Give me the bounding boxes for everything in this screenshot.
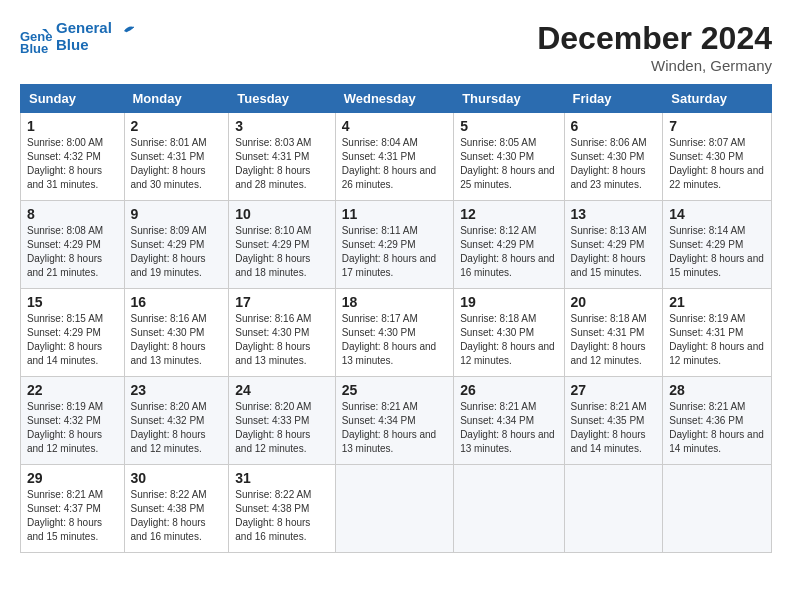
day-number: 24 — [235, 382, 328, 398]
day-number: 10 — [235, 206, 328, 222]
day-number: 23 — [131, 382, 223, 398]
day-number: 4 — [342, 118, 447, 134]
calendar-header-row: SundayMondayTuesdayWednesdayThursdayFrid… — [21, 85, 772, 113]
calendar-cell: 25Sunrise: 8:21 AMSunset: 4:34 PMDayligh… — [335, 377, 453, 465]
logo-text-blue: Blue — [56, 37, 112, 54]
calendar-cell: 1Sunrise: 8:00 AMSunset: 4:32 PMDaylight… — [21, 113, 125, 201]
cell-info: Sunrise: 8:00 AMSunset: 4:32 PMDaylight:… — [27, 137, 103, 190]
logo-icon: General Blue — [20, 21, 52, 53]
calendar-week-row: 1Sunrise: 8:00 AMSunset: 4:32 PMDaylight… — [21, 113, 772, 201]
weekday-header-saturday: Saturday — [663, 85, 772, 113]
day-number: 11 — [342, 206, 447, 222]
calendar-cell: 21Sunrise: 8:19 AMSunset: 4:31 PMDayligh… — [663, 289, 772, 377]
day-number: 29 — [27, 470, 118, 486]
calendar-cell: 23Sunrise: 8:20 AMSunset: 4:32 PMDayligh… — [124, 377, 229, 465]
calendar-cell — [564, 465, 663, 553]
calendar-cell: 14Sunrise: 8:14 AMSunset: 4:29 PMDayligh… — [663, 201, 772, 289]
day-number: 25 — [342, 382, 447, 398]
calendar-week-row: 22Sunrise: 8:19 AMSunset: 4:32 PMDayligh… — [21, 377, 772, 465]
page-header: General Blue General Blue December 2024 … — [20, 20, 772, 74]
cell-info: Sunrise: 8:21 AMSunset: 4:34 PMDaylight:… — [460, 401, 555, 454]
calendar-cell: 31Sunrise: 8:22 AMSunset: 4:38 PMDayligh… — [229, 465, 335, 553]
cell-info: Sunrise: 8:04 AMSunset: 4:31 PMDaylight:… — [342, 137, 437, 190]
day-number: 6 — [571, 118, 657, 134]
calendar-cell: 27Sunrise: 8:21 AMSunset: 4:35 PMDayligh… — [564, 377, 663, 465]
day-number: 12 — [460, 206, 557, 222]
cell-info: Sunrise: 8:22 AMSunset: 4:38 PMDaylight:… — [235, 489, 311, 542]
day-number: 18 — [342, 294, 447, 310]
day-number: 31 — [235, 470, 328, 486]
cell-info: Sunrise: 8:17 AMSunset: 4:30 PMDaylight:… — [342, 313, 437, 366]
calendar-cell: 6Sunrise: 8:06 AMSunset: 4:30 PMDaylight… — [564, 113, 663, 201]
logo-bird-icon — [114, 21, 136, 43]
svg-text:Blue: Blue — [20, 41, 48, 53]
title-area: December 2024 Winden, Germany — [537, 20, 772, 74]
day-number: 22 — [27, 382, 118, 398]
calendar-cell: 9Sunrise: 8:09 AMSunset: 4:29 PMDaylight… — [124, 201, 229, 289]
calendar-cell: 10Sunrise: 8:10 AMSunset: 4:29 PMDayligh… — [229, 201, 335, 289]
weekday-header-wednesday: Wednesday — [335, 85, 453, 113]
day-number: 28 — [669, 382, 765, 398]
calendar-cell: 7Sunrise: 8:07 AMSunset: 4:30 PMDaylight… — [663, 113, 772, 201]
calendar-cell: 15Sunrise: 8:15 AMSunset: 4:29 PMDayligh… — [21, 289, 125, 377]
calendar-cell: 18Sunrise: 8:17 AMSunset: 4:30 PMDayligh… — [335, 289, 453, 377]
cell-info: Sunrise: 8:05 AMSunset: 4:30 PMDaylight:… — [460, 137, 555, 190]
cell-info: Sunrise: 8:18 AMSunset: 4:31 PMDaylight:… — [571, 313, 647, 366]
day-number: 17 — [235, 294, 328, 310]
cell-info: Sunrise: 8:22 AMSunset: 4:38 PMDaylight:… — [131, 489, 207, 542]
cell-info: Sunrise: 8:21 AMSunset: 4:34 PMDaylight:… — [342, 401, 437, 454]
cell-info: Sunrise: 8:18 AMSunset: 4:30 PMDaylight:… — [460, 313, 555, 366]
cell-info: Sunrise: 8:12 AMSunset: 4:29 PMDaylight:… — [460, 225, 555, 278]
weekday-header-sunday: Sunday — [21, 85, 125, 113]
day-number: 16 — [131, 294, 223, 310]
day-number: 7 — [669, 118, 765, 134]
calendar-cell: 17Sunrise: 8:16 AMSunset: 4:30 PMDayligh… — [229, 289, 335, 377]
day-number: 21 — [669, 294, 765, 310]
cell-info: Sunrise: 8:21 AMSunset: 4:37 PMDaylight:… — [27, 489, 103, 542]
calendar-cell: 22Sunrise: 8:19 AMSunset: 4:32 PMDayligh… — [21, 377, 125, 465]
cell-info: Sunrise: 8:20 AMSunset: 4:33 PMDaylight:… — [235, 401, 311, 454]
cell-info: Sunrise: 8:19 AMSunset: 4:31 PMDaylight:… — [669, 313, 764, 366]
cell-info: Sunrise: 8:16 AMSunset: 4:30 PMDaylight:… — [131, 313, 207, 366]
calendar-cell: 29Sunrise: 8:21 AMSunset: 4:37 PMDayligh… — [21, 465, 125, 553]
cell-info: Sunrise: 8:06 AMSunset: 4:30 PMDaylight:… — [571, 137, 647, 190]
day-number: 26 — [460, 382, 557, 398]
day-number: 14 — [669, 206, 765, 222]
calendar-table: SundayMondayTuesdayWednesdayThursdayFrid… — [20, 84, 772, 553]
calendar-cell — [335, 465, 453, 553]
cell-info: Sunrise: 8:21 AMSunset: 4:35 PMDaylight:… — [571, 401, 647, 454]
calendar-cell: 26Sunrise: 8:21 AMSunset: 4:34 PMDayligh… — [454, 377, 564, 465]
weekday-header-tuesday: Tuesday — [229, 85, 335, 113]
cell-info: Sunrise: 8:07 AMSunset: 4:30 PMDaylight:… — [669, 137, 764, 190]
calendar-cell: 3Sunrise: 8:03 AMSunset: 4:31 PMDaylight… — [229, 113, 335, 201]
calendar-cell: 4Sunrise: 8:04 AMSunset: 4:31 PMDaylight… — [335, 113, 453, 201]
day-number: 20 — [571, 294, 657, 310]
calendar-cell — [454, 465, 564, 553]
calendar-cell: 2Sunrise: 8:01 AMSunset: 4:31 PMDaylight… — [124, 113, 229, 201]
cell-info: Sunrise: 8:14 AMSunset: 4:29 PMDaylight:… — [669, 225, 764, 278]
day-number: 5 — [460, 118, 557, 134]
calendar-week-row: 8Sunrise: 8:08 AMSunset: 4:29 PMDaylight… — [21, 201, 772, 289]
day-number: 1 — [27, 118, 118, 134]
month-title: December 2024 — [537, 20, 772, 57]
day-number: 2 — [131, 118, 223, 134]
calendar-week-row: 29Sunrise: 8:21 AMSunset: 4:37 PMDayligh… — [21, 465, 772, 553]
weekday-header-monday: Monday — [124, 85, 229, 113]
logo-text-general: General — [56, 20, 112, 37]
day-number: 9 — [131, 206, 223, 222]
calendar-cell: 24Sunrise: 8:20 AMSunset: 4:33 PMDayligh… — [229, 377, 335, 465]
day-number: 30 — [131, 470, 223, 486]
cell-info: Sunrise: 8:08 AMSunset: 4:29 PMDaylight:… — [27, 225, 103, 278]
calendar-cell: 12Sunrise: 8:12 AMSunset: 4:29 PMDayligh… — [454, 201, 564, 289]
calendar-week-row: 15Sunrise: 8:15 AMSunset: 4:29 PMDayligh… — [21, 289, 772, 377]
cell-info: Sunrise: 8:03 AMSunset: 4:31 PMDaylight:… — [235, 137, 311, 190]
cell-info: Sunrise: 8:09 AMSunset: 4:29 PMDaylight:… — [131, 225, 207, 278]
day-number: 8 — [27, 206, 118, 222]
day-number: 13 — [571, 206, 657, 222]
cell-info: Sunrise: 8:21 AMSunset: 4:36 PMDaylight:… — [669, 401, 764, 454]
calendar-cell — [663, 465, 772, 553]
cell-info: Sunrise: 8:01 AMSunset: 4:31 PMDaylight:… — [131, 137, 207, 190]
calendar-cell: 19Sunrise: 8:18 AMSunset: 4:30 PMDayligh… — [454, 289, 564, 377]
logo: General Blue General Blue — [20, 20, 136, 53]
calendar-body: 1Sunrise: 8:00 AMSunset: 4:32 PMDaylight… — [21, 113, 772, 553]
